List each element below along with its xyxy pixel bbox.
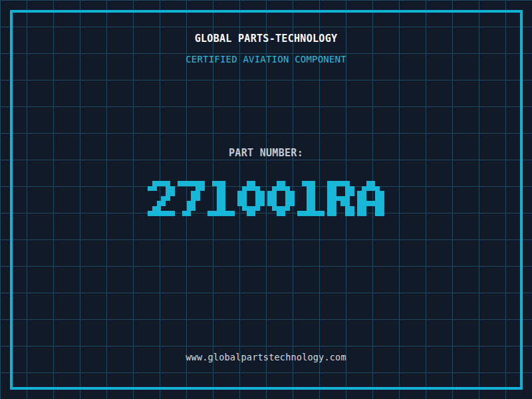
part-number-value (0, 181, 532, 216)
part-number-label: PART NUMBER: (0, 147, 532, 159)
website-url: www.globalpartstechnology.com (0, 352, 532, 362)
part-number-glyph (267, 181, 295, 216)
part-label-screen: { "window": { "width": 800, "height": 60… (0, 0, 532, 399)
company-name: GLOBAL PARTS-TECHNOLOGY (0, 33, 532, 45)
part-number-glyph (148, 181, 175, 216)
part-number-glyph (297, 181, 325, 216)
part-number-glyph (357, 181, 384, 216)
part-number-glyph (178, 181, 205, 216)
certification-tagline: CERTIFIED AVIATION COMPONENT (0, 54, 532, 65)
part-number-glyph (207, 181, 235, 216)
part-number-glyph (237, 181, 265, 216)
part-number-glyph (327, 181, 354, 216)
